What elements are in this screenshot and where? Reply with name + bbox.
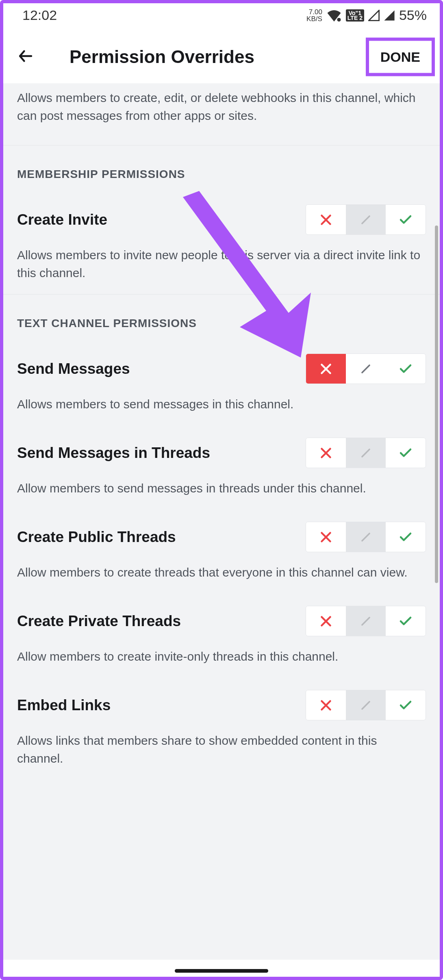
toggle-deny[interactable] (306, 354, 346, 384)
permission-title: Send Messages (17, 360, 130, 377)
permission-send-messages-threads: Send Messages in Threads Allow members t… (0, 425, 443, 510)
svg-point-0 (337, 18, 341, 22)
permission-desc: Allows links that members share to show … (17, 732, 426, 768)
permission-create-private-threads: Create Private Threads Allow members to … (0, 594, 443, 678)
permission-title: Send Messages in Threads (17, 444, 210, 462)
permission-send-messages: Send Messages Allows members to send mes… (0, 341, 443, 425)
x-icon (319, 446, 333, 460)
permission-create-public-threads: Create Public Threads Allow members to c… (0, 510, 443, 594)
signal-icon-1 (368, 10, 380, 21)
permission-desc: Allows members to invite new people to t… (17, 246, 426, 282)
status-right-cluster: 7.00 KB/S Vo"1 LTE 2 55% (306, 7, 427, 23)
app-header: Permission Overrides DONE (0, 30, 443, 83)
signal-icon-2 (384, 10, 395, 21)
slash-icon (358, 614, 373, 629)
webhook-permission-desc: Allows members to create, edit, or delet… (0, 83, 443, 145)
permission-desc: Allows members to send messages in this … (17, 395, 426, 413)
slash-icon (358, 446, 373, 460)
check-icon (398, 212, 413, 227)
done-button[interactable]: DONE (366, 38, 435, 76)
toggle-allow[interactable] (386, 522, 426, 552)
permission-toggle-group (306, 438, 426, 468)
check-icon (398, 698, 413, 713)
page-title: Permission Overrides (69, 47, 254, 67)
navigation-bar-handle[interactable] (175, 969, 268, 973)
slash-icon (358, 530, 373, 544)
permission-toggle-group (306, 353, 426, 384)
toggle-deny[interactable] (306, 690, 346, 720)
toggle-deny[interactable] (306, 522, 346, 552)
permission-create-invite: Create Invite Allows members to invite n… (0, 192, 443, 294)
toggle-allow[interactable] (386, 690, 426, 720)
lte-indicator: Vo"1 LTE 2 (346, 9, 364, 22)
section-membership-permissions: MEMBERSHIP PERMISSIONS (0, 145, 443, 192)
toggle-deny[interactable] (306, 205, 346, 234)
check-icon (398, 614, 413, 629)
slash-icon (358, 362, 373, 376)
check-icon (398, 446, 413, 460)
check-icon (398, 530, 413, 544)
content-scroll[interactable]: Allows members to create, edit, or delet… (0, 83, 443, 960)
x-icon (319, 614, 333, 629)
permission-toggle-group (306, 690, 426, 720)
x-icon (319, 530, 333, 544)
permission-desc: Allow members to create threads that eve… (17, 564, 426, 581)
status-bar: 12:02 7.00 KB/S Vo"1 LTE 2 55% (0, 0, 443, 30)
slash-icon (358, 698, 373, 713)
toggle-neutral[interactable] (346, 438, 386, 468)
x-icon (319, 212, 333, 227)
toggle-neutral[interactable] (346, 606, 386, 636)
toggle-allow[interactable] (386, 205, 426, 234)
permission-embed-links: Embed Links Allows links that members sh… (0, 678, 443, 780)
permission-toggle-group (306, 204, 426, 235)
wifi-icon (326, 9, 342, 22)
network-speed: 7.00 KB/S (306, 9, 322, 22)
back-arrow-icon (17, 48, 34, 65)
toggle-neutral[interactable] (346, 205, 386, 234)
slash-icon (358, 212, 373, 227)
toggle-neutral[interactable] (346, 522, 386, 552)
toggle-deny[interactable] (306, 606, 346, 636)
status-time: 12:02 (22, 7, 57, 23)
permission-toggle-group (306, 522, 426, 552)
toggle-allow[interactable] (386, 354, 426, 384)
permission-title: Create Invite (17, 211, 107, 228)
toggle-neutral[interactable] (346, 354, 386, 384)
permission-desc: Allow members to create invite-only thre… (17, 648, 426, 666)
section-text-channel-permissions: TEXT CHANNEL PERMISSIONS (0, 294, 443, 341)
x-icon (319, 698, 333, 713)
permission-title: Create Private Threads (17, 613, 181, 630)
permission-toggle-group (306, 606, 426, 636)
permission-title: Create Public Threads (17, 529, 176, 546)
permission-title: Embed Links (17, 697, 111, 714)
battery-percent: 55% (399, 7, 427, 23)
scrollbar-indicator[interactable] (435, 225, 438, 583)
back-button[interactable] (12, 43, 39, 71)
toggle-allow[interactable] (386, 606, 426, 636)
toggle-deny[interactable] (306, 438, 346, 468)
permission-desc: Allow members to send messages in thread… (17, 479, 426, 497)
x-icon (319, 362, 333, 376)
toggle-neutral[interactable] (346, 690, 386, 720)
check-icon (398, 362, 413, 376)
toggle-allow[interactable] (386, 438, 426, 468)
